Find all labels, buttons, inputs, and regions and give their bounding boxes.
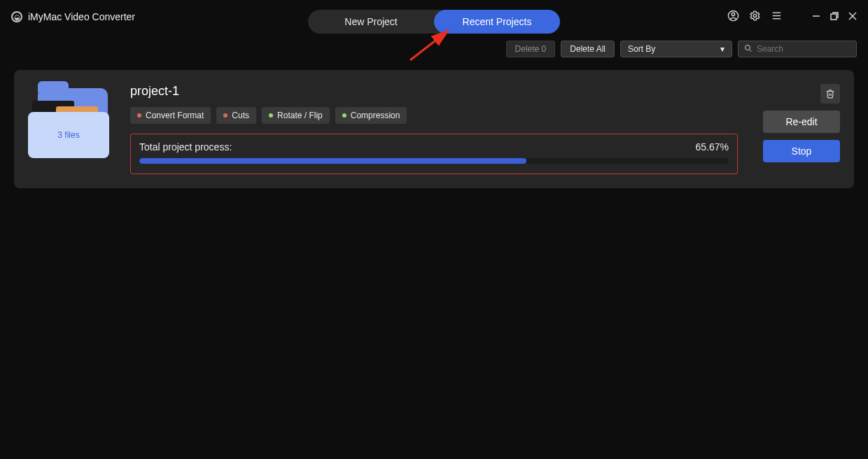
svg-point-10 xyxy=(746,45,750,50)
search-icon xyxy=(744,43,752,55)
toolbar: Delete 0 Delete All Sort By ▾ xyxy=(0,38,868,60)
tab-new-project[interactable]: New Project xyxy=(308,10,434,34)
account-icon[interactable] xyxy=(727,10,739,24)
thumbnail-file-count: 3 files xyxy=(28,112,109,158)
project-thumbnail: 3 files xyxy=(28,88,112,158)
progress-panel: Total project process: 65.67% xyxy=(130,134,738,174)
project-name: project-1 xyxy=(130,84,738,99)
tag-cuts: Cuts xyxy=(216,107,256,124)
window-minimize-icon[interactable] xyxy=(812,10,820,23)
delete-selected-button[interactable]: Delete 0 xyxy=(506,41,556,57)
delete-all-button[interactable]: Delete All xyxy=(561,41,615,57)
reedit-button[interactable]: Re-edit xyxy=(763,111,840,133)
progress-percent: 65.67% xyxy=(696,141,729,153)
progress-bar-fill xyxy=(139,158,526,164)
stop-button[interactable]: Stop xyxy=(763,140,840,162)
window-controls xyxy=(727,10,857,24)
project-actions: Re-edit Stop xyxy=(756,84,840,174)
app-logo-icon: ◒ xyxy=(11,11,22,22)
main-tabs: New Project Recent Projects xyxy=(308,10,560,34)
svg-point-2 xyxy=(753,14,756,17)
project-card: 3 files project-1 Convert Format Cuts Ro… xyxy=(14,70,854,188)
sort-by-dropdown[interactable]: Sort By ▾ xyxy=(620,41,732,57)
titlebar: ◒ iMyMac Video Converter New Project Rec… xyxy=(0,0,868,34)
delete-project-button[interactable] xyxy=(820,84,840,104)
tag-convert-format: Convert Format xyxy=(130,107,211,124)
progress-label: Total project process: xyxy=(139,141,232,153)
window-close-icon[interactable] xyxy=(848,10,857,23)
settings-icon[interactable] xyxy=(749,10,761,24)
menu-icon[interactable] xyxy=(771,10,783,24)
sort-by-label: Sort By xyxy=(628,44,655,54)
svg-rect-7 xyxy=(831,14,836,20)
tab-recent-projects[interactable]: Recent Projects xyxy=(434,10,560,34)
search-box[interactable] xyxy=(738,41,857,57)
progress-bar xyxy=(139,158,729,164)
svg-line-11 xyxy=(750,50,752,52)
chevron-down-icon: ▾ xyxy=(720,44,724,54)
tag-rotate-flip: Rotate / Flip xyxy=(262,107,330,124)
app-title: iMyMac Video Converter xyxy=(28,11,135,22)
project-tags: Convert Format Cuts Rotate / Flip Compre… xyxy=(130,107,738,124)
svg-point-1 xyxy=(732,13,734,15)
tag-compression: Compression xyxy=(335,107,407,124)
search-input[interactable] xyxy=(757,44,850,54)
window-maximize-icon[interactable] xyxy=(830,10,839,23)
project-main: project-1 Convert Format Cuts Rotate / F… xyxy=(130,84,738,174)
